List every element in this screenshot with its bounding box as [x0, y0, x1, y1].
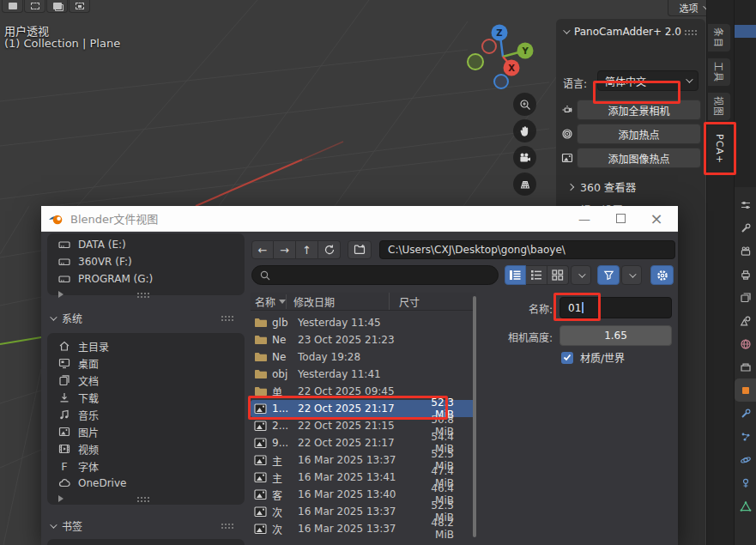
navigation-gizmo[interactable]: Z Y X [463, 19, 549, 96]
refresh-button[interactable] [318, 240, 341, 259]
expand-arrow-icon [58, 291, 64, 298]
action-button[interactable]: 添加热点 [577, 124, 701, 144]
grid-ortho-icon[interactable] [513, 173, 536, 196]
language-dropdown[interactable]: 简体中文 [597, 70, 699, 91]
display-mode-dropdown[interactable] [571, 265, 591, 285]
minimize-button[interactable]: — [570, 207, 599, 231]
system-expand[interactable] [47, 492, 245, 506]
render-tab-icon[interactable] [735, 239, 756, 263]
object-tab-icon[interactable] [735, 378, 756, 402]
mesh-data-tab-icon[interactable] [735, 494, 756, 518]
column-name[interactable]: 名称 [251, 294, 287, 309]
maximize-icon [616, 214, 626, 223]
tool-tab-icon[interactable] [735, 216, 756, 239]
image-file-icon [254, 437, 269, 449]
dialog-titlebar[interactable]: Blender文件视图 — × [41, 206, 678, 232]
grip-icon [136, 292, 149, 298]
select-extend-icon[interactable] [24, 0, 45, 13]
search-input[interactable] [251, 265, 499, 285]
system-item[interactable]: 文档 [47, 372, 245, 389]
camera-height-label: 相机高度: [481, 330, 553, 344]
scene-tab-icon[interactable] [735, 309, 756, 332]
sidebar-tab-工具[interactable]: 工具 [708, 58, 731, 87]
gizmo-neg-y[interactable] [468, 54, 483, 70]
collapsed-section[interactable]: 360 查看器 [556, 175, 705, 198]
system-item[interactable]: 主目录 [47, 337, 245, 354]
system-item[interactable]: 图片 [47, 423, 245, 440]
filter-dropdown[interactable] [621, 265, 642, 285]
volume-item[interactable]: 360VR (F:) [47, 253, 245, 270]
file-list-scrollbar[interactable] [473, 296, 476, 537]
gizmo-neg-z[interactable] [494, 75, 508, 88]
settings-button[interactable] [650, 265, 674, 285]
system-item[interactable]: 下载 [47, 389, 245, 406]
column-date[interactable]: 修改日期 [287, 293, 390, 310]
bookmarks-section-header[interactable]: 书签 [50, 518, 239, 533]
outliner-selected-row[interactable] [735, 25, 756, 38]
camera-height-field[interactable]: 1.65 [559, 325, 672, 346]
material-world-checkbox[interactable] [561, 352, 573, 364]
action-row: 添加图像热点 [556, 146, 705, 170]
constraints-tab-icon[interactable] [735, 471, 756, 494]
system-item[interactable]: 桌面 [47, 354, 245, 372]
view-layer-tab-icon[interactable] [735, 286, 756, 309]
volumes-box: DATA (E:) 360VR (F:) PROGRAM (G:) [47, 233, 245, 295]
camera-view-icon[interactable] [513, 146, 536, 169]
detail-view-button[interactable] [526, 265, 547, 285]
panel-collapse-chevron-icon[interactable] [563, 27, 570, 33]
sidebar-tab-条目[interactable]: 条目 [708, 23, 731, 52]
system-item[interactable]: 视频 [47, 440, 245, 457]
folder-row[interactable]: obj Yesterday 11:41 [251, 366, 476, 383]
up-button[interactable]: ↑ [296, 240, 318, 259]
hotspot-icon[interactable] [559, 126, 575, 142]
select-set-icon[interactable] [2, 0, 23, 13]
panorama-camera-icon[interactable] [559, 102, 575, 118]
folder-row[interactable]: Ne Today 19:28 [251, 348, 476, 366]
blender-logo-icon [48, 213, 64, 225]
pan-hand-icon[interactable] [513, 119, 536, 142]
file-row[interactable]: 次 16 Mar 2025 13:37 48.2 MiB [251, 520, 476, 537]
action-row: 添加热点 [556, 122, 705, 146]
sidebar-tab-pca+[interactable]: PCA+ [708, 125, 731, 173]
panel-grip-icon[interactable] [684, 29, 697, 35]
list-view-button[interactable] [505, 265, 526, 285]
action-button[interactable]: 添加全景相机 [577, 100, 701, 120]
select-subtract-icon[interactable] [46, 0, 68, 13]
back-button[interactable]: ← [251, 240, 274, 259]
gizmo-y-label: Y [521, 46, 529, 56]
world-tab-icon[interactable] [735, 332, 756, 355]
close-button[interactable]: × [642, 207, 671, 231]
system-section-header[interactable]: 系统 [50, 311, 239, 325]
sidebar-tab-视图[interactable]: 视图 [708, 92, 731, 121]
column-size[interactable]: 尺寸 [390, 294, 420, 309]
volume-item[interactable]: DATA (E:) [47, 236, 245, 253]
gizmo-neg-x[interactable] [482, 39, 496, 53]
output-tab-icon[interactable] [735, 263, 756, 286]
path-field[interactable]: C:\Users\CXJ\Desktop\gong\baoye\ [379, 240, 675, 259]
maximize-button[interactable] [606, 207, 635, 231]
volume-item[interactable]: PROGRAM (G:) [47, 270, 245, 288]
system-item[interactable]: OneDrive [47, 475, 245, 492]
zoom-icon[interactable] [513, 93, 536, 116]
collection-tab-icon[interactable] [735, 355, 756, 378]
physics-tab-icon[interactable] [735, 448, 756, 471]
action-button[interactable]: 添加图像热点 [577, 148, 701, 168]
system-item[interactable]: 音乐 [47, 406, 245, 423]
thumbnail-view-button[interactable] [547, 265, 569, 285]
editor-type-tab-icon[interactable] [735, 193, 756, 216]
download-icon [58, 391, 70, 403]
folder-row[interactable]: glb Yesterday 11:45 [251, 314, 476, 331]
volumes-expand[interactable] [47, 288, 245, 301]
image-hotspot-icon[interactable] [559, 150, 575, 166]
system-item[interactable]: F字体 [47, 457, 245, 475]
select-intersect-icon[interactable] [69, 0, 90, 13]
system-box: 主目录 桌面 文档 下载 音乐 图片 视频 F字体 OneDrive [47, 333, 245, 505]
modifiers-tab-icon[interactable] [735, 402, 756, 425]
new-folder-button[interactable] [348, 240, 372, 259]
filter-button[interactable] [597, 265, 620, 285]
image-file-icon [254, 523, 269, 535]
filename-input[interactable]: 01 [559, 297, 672, 318]
folder-row[interactable]: Ne 23 Oct 2025 21:23 [251, 331, 476, 348]
particles-tab-icon[interactable] [735, 425, 756, 448]
forward-button[interactable]: → [274, 240, 296, 259]
